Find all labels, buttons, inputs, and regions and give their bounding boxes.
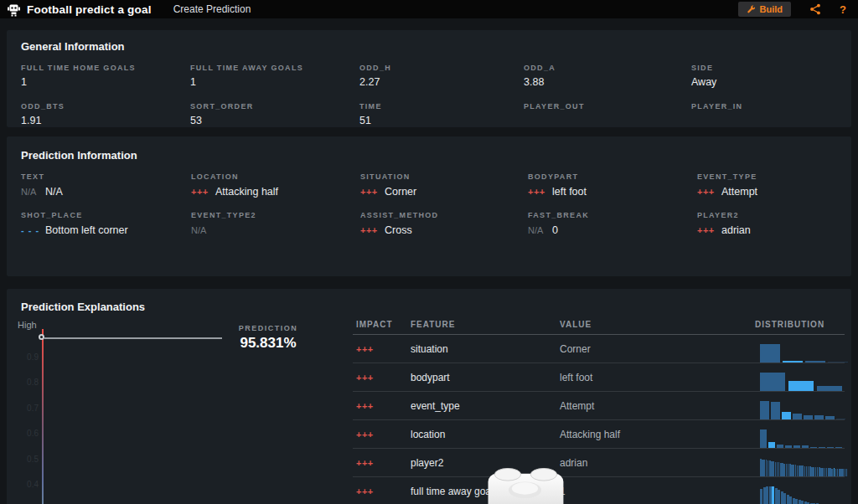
field-label: FULL TIME HOME GOALS — [21, 64, 190, 72]
field-label: FULL TIME AWAY GOALS — [190, 64, 359, 72]
feature-value: 1 — [556, 486, 752, 497]
field-label: BODYPART — [528, 172, 697, 181]
field-side: SIDE Away — [691, 64, 838, 89]
field-label: PLAYER_IN — [691, 102, 838, 111]
impact-marker: - - - — [21, 225, 45, 235]
distribution-histogram — [752, 458, 849, 476]
build-button[interactable]: Build — [738, 2, 792, 17]
field-shot-place: SHOT_PLACE - - -Bottom left corner — [21, 211, 191, 236]
prediction-marker-line — [44, 337, 222, 339]
field-label: SHOT_PLACE — [21, 211, 191, 219]
field-full-time-away-goals: FULL TIME AWAY GOALS 1 — [190, 64, 359, 89]
app-title: Football predict a goal — [27, 3, 152, 16]
impact-marker: +++ — [191, 187, 215, 197]
field-label: LOCATION — [191, 172, 360, 181]
prediction-axis-line — [42, 329, 44, 504]
impact-marker: N/A — [528, 225, 552, 235]
distribution-histogram — [752, 486, 849, 504]
nav-create-prediction[interactable]: Create Prediction — [173, 3, 251, 15]
axis-tick: 0.7 — [20, 404, 39, 413]
field-text: TEXT N/AN/A — [21, 172, 191, 198]
impact-marker: +++ — [528, 187, 552, 197]
field-value: Away — [691, 76, 838, 89]
wrench-icon — [747, 5, 756, 14]
general-information-grid: FULL TIME HOME GOALS 1 FULL TIME AWAY GO… — [21, 64, 838, 127]
field-value: 51 — [359, 115, 524, 127]
distribution-histogram — [752, 344, 849, 363]
field-label: SIDE — [691, 64, 838, 72]
feature-name: location — [407, 429, 556, 440]
field-event-type: EVENT_TYPE +++Attempt — [697, 172, 838, 198]
prediction-value: 95.831% — [238, 335, 298, 352]
field-label: PLAYER2 — [697, 211, 838, 219]
axis-tick: 0.4 — [20, 480, 39, 489]
share-icon[interactable] — [809, 3, 821, 15]
field-situation: SITUATION +++Corner — [360, 172, 528, 198]
feature-value: Attacking half — [556, 429, 752, 440]
build-button-label: Build — [760, 4, 783, 14]
impact-marker: +++ — [353, 429, 407, 440]
impact-marker: +++ — [353, 458, 407, 468]
table-row-event-type: +++ event_type Attempt — [353, 392, 845, 420]
field-value: Cross — [385, 224, 412, 236]
impact-marker: +++ — [353, 373, 407, 383]
field-value: 1.91 — [21, 115, 190, 127]
axis-tick: 0.5 — [20, 455, 39, 464]
feature-value: adrian — [556, 457, 752, 469]
field-label: EVENT_TYPE2 — [191, 211, 360, 219]
field-label: ODD_H — [359, 64, 524, 72]
field-value: 1 — [190, 76, 359, 89]
impact-marker: +++ — [360, 225, 385, 235]
section-title: Prediction Explanations — [21, 301, 838, 313]
help-icon[interactable]: ? — [840, 3, 846, 16]
prediction-readout: PREDICTION 95.831% — [238, 324, 298, 352]
field-player-out: PLAYER_OUT — [524, 102, 691, 127]
feature-value: Corner — [556, 343, 752, 355]
table-row-location: +++ location Attacking half — [353, 420, 845, 449]
field-odd-a: ODD_A 3.88 — [524, 64, 691, 89]
feature-name: bodypart — [407, 372, 556, 383]
field-label: ASSIST_METHOD — [360, 211, 528, 219]
impact-marker: +++ — [697, 187, 721, 197]
field-assist-method: ASSIST_METHOD +++Cross — [360, 211, 528, 236]
field-value: Attacking half — [215, 186, 278, 198]
impact-marker: +++ — [360, 187, 385, 197]
axis-tick: 0.9 — [20, 352, 39, 362]
field-value: Bottom left corner — [45, 224, 128, 236]
distribution-histogram — [752, 429, 849, 448]
impact-marker: +++ — [353, 344, 407, 354]
field-value — [691, 115, 838, 127]
table-row-player2: +++ player2 adrian — [353, 449, 845, 477]
field-value: 0 — [552, 224, 558, 236]
robot-icon — [7, 3, 21, 17]
field-time: TIME 51 — [359, 102, 524, 127]
field-bodypart: BODYPART +++left foot — [528, 172, 697, 198]
table-row-full-time-away-goals: +++ full time away goals 1 — [353, 477, 845, 504]
field-value: 1 — [21, 76, 190, 89]
field-player-in: PLAYER_IN — [691, 102, 838, 127]
field-value: left foot — [552, 186, 587, 198]
impact-marker: +++ — [697, 225, 721, 235]
top-bar: Football predict a goal Create Predictio… — [0, 0, 858, 18]
feature-name: full time away goals — [407, 486, 556, 497]
field-label: PLAYER_OUT — [524, 102, 691, 111]
topbar-actions: Build ? — [738, 2, 846, 17]
field-value: adrian — [721, 224, 751, 236]
feature-value: left foot — [556, 372, 752, 383]
table-header-row: IMPACT FEATURE VALUE DISTRIBUTION — [353, 314, 845, 335]
section-title: General Information — [21, 40, 838, 53]
axis-high-label: High — [18, 320, 37, 330]
prediction-label: PREDICTION — [238, 324, 298, 332]
field-value: Attempt — [721, 186, 757, 198]
field-label: ODD_A — [524, 64, 691, 72]
field-location: LOCATION +++Attacking half — [191, 172, 360, 198]
prediction-explanations-panel: Prediction Explanations High 0.9 0.8 0.7… — [7, 289, 851, 504]
col-header-feature: FEATURE — [407, 320, 556, 329]
distribution-histogram — [752, 401, 849, 419]
field-player2: PLAYER2 +++adrian — [697, 211, 838, 236]
prediction-marker-dot[interactable] — [39, 334, 44, 340]
field-fast-break: FAST_BREAK N/A0 — [528, 211, 697, 236]
field-value: 3.88 — [524, 76, 691, 89]
field-event-type2: EVENT_TYPE2 N/A — [191, 211, 360, 236]
impact-marker: N/A — [191, 225, 215, 235]
